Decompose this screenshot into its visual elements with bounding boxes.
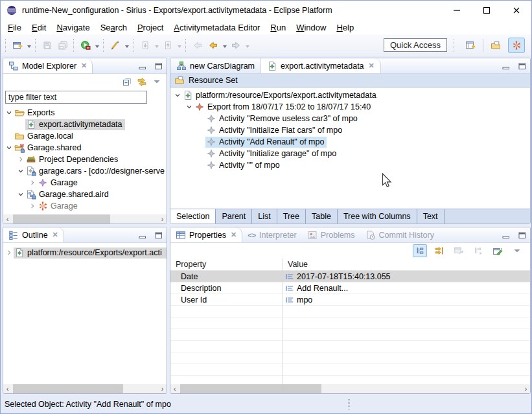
new-property-button[interactable]	[491, 244, 505, 257]
close-tab-icon[interactable]: ✕	[51, 231, 58, 239]
menu-run[interactable]: Run	[265, 21, 291, 34]
tree-item-platform-resource[interactable]: platform:/resource/Exports/export.activi…	[170, 89, 530, 101]
show-categories-button[interactable]	[471, 244, 485, 257]
tab-outline[interactable]: Outline ✕	[3, 227, 64, 242]
tree-item-activity-initialize-fiat-cars[interactable]: Activity "Initialize Fiat cars" of mpo	[170, 124, 530, 136]
expander-icon[interactable]	[185, 102, 194, 112]
resource-set-header[interactable]: Resource Set	[170, 74, 530, 87]
open-perspective-button[interactable]	[462, 38, 479, 53]
menu-window[interactable]: Window	[291, 21, 331, 34]
expander-icon[interactable]	[16, 166, 25, 176]
expander-icon[interactable]	[5, 247, 14, 258]
editor-tab-new-carsdiagram[interactable]: new CarsDiagram	[170, 58, 261, 73]
maximize-view-button[interactable]	[517, 230, 527, 240]
expander-icon[interactable]	[16, 154, 25, 165]
minimize-button[interactable]	[442, 1, 472, 20]
save-all-button[interactable]	[55, 38, 71, 53]
page-tab-parent[interactable]: Parent	[216, 209, 252, 224]
close-tab-icon[interactable]: ✕	[80, 62, 87, 70]
tree-item-garage-local[interactable]: Garage.local	[3, 130, 167, 142]
page-tab-tree[interactable]: Tree	[277, 209, 306, 224]
maximize-view-button[interactable]	[154, 230, 164, 240]
expander-icon[interactable]	[173, 90, 182, 100]
tab-interpreter[interactable]: <> Interpreter	[242, 227, 302, 242]
tree-item-export-activitymetadata[interactable]: export.activitymetadata	[3, 119, 167, 130]
property-row-date[interactable]: Date 2017-07-18T15:40:13.055	[170, 271, 530, 282]
tree-item-project-dependencies[interactable]: Project Dependencies	[3, 154, 167, 165]
view-menu-button[interactable]	[152, 76, 162, 87]
maximize-view-button[interactable]	[154, 61, 164, 71]
close-tab-icon[interactable]: ✕	[367, 62, 375, 70]
save-button[interactable]	[40, 38, 55, 53]
tab-commit-history[interactable]: Commit History	[360, 227, 439, 242]
minimize-view-button[interactable]	[137, 61, 148, 71]
scroll-left-icon[interactable]: ‹	[3, 384, 12, 393]
previous-annotation-button[interactable]	[160, 38, 176, 53]
run-dropdown[interactable]	[93, 38, 100, 53]
menu-activitymetadata-editor[interactable]: Activitymetadata Editor	[168, 21, 265, 34]
expander-icon[interactable]	[28, 201, 37, 211]
forward-dropdown[interactable]	[244, 38, 251, 53]
show-advanced-properties-button[interactable]	[432, 244, 446, 257]
outline-hscrollbar[interactable]: ‹ ›	[3, 384, 167, 393]
expander-icon[interactable]	[5, 143, 14, 153]
menu-edit[interactable]: Edit	[27, 21, 51, 34]
expander-icon[interactable]	[28, 178, 37, 188]
model-explorer-hscrollbar[interactable]: ‹ ›	[3, 214, 167, 224]
tree-item-activity-initialize-garage[interactable]: Activity "Initialize garage" of mpo	[170, 148, 530, 159]
page-tab-tree-with-columns[interactable]: Tree with Columns	[338, 209, 417, 224]
next-annotation-dropdown[interactable]	[153, 38, 160, 53]
marker-tool-button[interactable]	[108, 38, 123, 53]
close-tab-icon[interactable]: ✕	[229, 231, 237, 239]
scroll-thumb[interactable]	[13, 214, 110, 224]
restore-default-value-button[interactable]	[452, 244, 466, 257]
close-button[interactable]	[502, 1, 531, 20]
tree-item-exports[interactable]: Exports	[3, 107, 167, 119]
previous-annotation-dropdown[interactable]	[176, 38, 183, 53]
run-button[interactable]	[78, 38, 93, 53]
minimize-view-button[interactable]	[501, 230, 511, 240]
editor-tab-export-activitymetadata[interactable]: export.activitymetadata ✕	[261, 58, 381, 73]
menu-project[interactable]: Project	[132, 21, 168, 34]
scroll-thumb[interactable]	[13, 384, 123, 393]
tab-properties[interactable]: Properties ✕	[170, 227, 242, 242]
scroll-right-icon[interactable]: ›	[158, 214, 167, 224]
scroll-right-icon[interactable]: ›	[522, 384, 530, 393]
tree-item-garage-semantic[interactable]: Garage	[3, 177, 167, 189]
tree-item-garage-shared-aird[interactable]: Garage.shared.aird	[3, 189, 167, 200]
page-tab-table[interactable]: Table	[306, 209, 338, 224]
tab-problems[interactable]: Problems	[302, 227, 360, 242]
view-menu-button[interactable]	[510, 244, 524, 257]
tree-item-activity-add-renault[interactable]: Activity "Add Renault" of mpo	[170, 136, 530, 148]
back-dropdown[interactable]	[221, 38, 228, 53]
next-annotation-button[interactable]	[137, 38, 153, 53]
new-wizard-button[interactable]	[10, 38, 25, 53]
page-tab-selection[interactable]: Selection	[170, 209, 216, 224]
quick-access-button[interactable]: Quick Access	[384, 38, 447, 52]
tree-item-activity-remove-useless-car3[interactable]: Activity "Remove useless car3" of mpo	[170, 113, 530, 124]
maximize-view-button[interactable]	[517, 61, 527, 71]
menu-help[interactable]: Help	[331, 21, 359, 34]
page-tab-text[interactable]: Text	[417, 209, 445, 224]
page-tab-list[interactable]: List	[252, 209, 277, 224]
expander-icon[interactable]	[5, 108, 14, 118]
tree-item-export-range[interactable]: Export from 18/07/17 15:02 to 18/07/17 1…	[170, 101, 530, 113]
scroll-right-icon[interactable]: ›	[158, 384, 167, 393]
tree-item-garage-shared[interactable]: Garage.shared	[3, 142, 167, 154]
outline-item-platform-resource[interactable]: platform:/resource/Exports/export.acti	[3, 247, 167, 259]
last-edit-location-button[interactable]	[190, 38, 205, 53]
property-row-description[interactable]: Description Add Renault...	[170, 282, 530, 294]
maximize-button[interactable]	[472, 1, 502, 20]
property-row-user-id[interactable]: User Id mpo	[170, 294, 530, 306]
tree-item-activity-empty[interactable]: Activity "" of mpo	[170, 159, 530, 171]
marker-tool-dropdown[interactable]	[123, 38, 130, 53]
tree-item-garage-representations[interactable]: Garage	[3, 200, 167, 212]
expander-icon[interactable]	[16, 189, 25, 200]
tab-model-explorer[interactable]: Model Explorer ✕	[3, 58, 93, 73]
minimize-view-button[interactable]	[137, 230, 148, 240]
tree-item-garage-cars[interactable]: garage.cars - [cdo://designer-serve	[3, 165, 167, 177]
menu-search[interactable]: Search	[95, 21, 132, 34]
filter-input[interactable]	[5, 91, 147, 104]
scroll-left-icon[interactable]: ‹	[3, 214, 12, 224]
resource-perspective-button[interactable]	[487, 38, 504, 53]
